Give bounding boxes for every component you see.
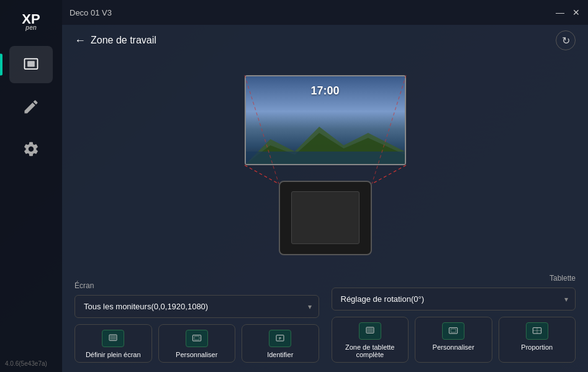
tablet-label: Tablette [332, 274, 576, 283]
svg-rect-10 [111, 335, 116, 340]
customize-screen-icon [186, 330, 208, 347]
tablet-active-area [291, 191, 360, 244]
full-screen-label: Définir plein écran [86, 351, 141, 358]
title-bar: Deco 01 V3 — ✕ [62, 0, 588, 25]
app-title: Deco 01 V3 [70, 8, 112, 17]
tablet-device [279, 181, 372, 255]
viz-area: 17:00 [62, 56, 588, 274]
sidebar: XPpen 4.0.6(5e43e7a) [0, 0, 62, 372]
screen-label: Écran [75, 281, 319, 290]
page-title: Zone de travail [91, 35, 156, 46]
monitor-mountain [246, 120, 405, 164]
full-screen-button[interactable]: Définir plein écran [75, 324, 152, 363]
full-tablet-label: Zone de tablette complète [336, 343, 405, 358]
title-bar-controls: — ✕ [556, 8, 581, 17]
logo-area: XPpen [0, 6, 62, 43]
close-button[interactable]: ✕ [572, 8, 581, 17]
svg-rect-1 [27, 61, 35, 66]
svg-rect-17 [450, 328, 458, 333]
svg-rect-18 [451, 329, 456, 332]
viz-container: 17:00 [183, 75, 468, 255]
proportion-button[interactable]: Proportion [499, 317, 576, 363]
svg-line-5 [245, 165, 279, 184]
refresh-icon: ↻ [562, 35, 570, 47]
customize-tablet-button[interactable]: Personnaliser [415, 317, 492, 363]
back-arrow-icon: ← [75, 34, 86, 47]
refresh-button[interactable]: ↻ [556, 30, 576, 50]
svg-rect-12 [194, 337, 199, 340]
main-content: Deco 01 V3 — ✕ ← Zone de travail ↻ 17:00 [62, 0, 588, 372]
screen-action-buttons: Définir plein écran Personnaliser P Iden… [75, 324, 319, 363]
sidebar-item-tablet[interactable] [9, 46, 53, 83]
identify-label: Identifier [267, 351, 293, 358]
monitor-screen: 17:00 [245, 75, 406, 165]
monitor-time: 17:00 [310, 84, 339, 98]
identify-button[interactable]: P Identifier [242, 324, 319, 363]
full-tablet-icon [359, 322, 381, 340]
bottom-controls: Écran Tous les moniteurs(0,0,1920,1080) … [62, 274, 588, 372]
minimize-button[interactable]: — [556, 8, 564, 17]
screen-select-wrapper: Tous les moniteurs(0,0,1920,1080) ▾ [75, 295, 319, 318]
pen-icon [22, 98, 40, 116]
customize-screen-button[interactable]: Personnaliser [158, 324, 236, 363]
logo: XPpen [22, 12, 40, 31]
svg-rect-11 [192, 335, 201, 341]
sidebar-item-settings[interactable] [9, 130, 53, 168]
gear-icon [22, 140, 40, 158]
svg-line-6 [372, 165, 406, 184]
screen-group: Écran Tous les moniteurs(0,0,1920,1080) … [75, 281, 319, 363]
proportion-label: Proportion [521, 343, 553, 351]
proportion-icon [526, 322, 548, 340]
sidebar-item-pen[interactable] [9, 88, 53, 125]
tablet-select[interactable]: Réglage de rotation(0°) [332, 288, 576, 311]
tablet-group: Tablette Réglage de rotation(0°) ▾ Zone … [332, 274, 576, 363]
svg-rect-16 [367, 328, 373, 332]
customize-tablet-icon [442, 322, 464, 340]
page-header: ← Zone de travail ↻ [62, 25, 588, 56]
screen-select[interactable]: Tous les moniteurs(0,0,1920,1080) [75, 295, 319, 318]
tablet-action-buttons: Zone de tablette complète Personnaliser … [332, 317, 576, 363]
svg-rect-4 [246, 152, 405, 164]
tablet-select-wrapper: Réglage de rotation(0°) ▾ [332, 288, 576, 311]
full-screen-icon [102, 330, 124, 347]
tablet-icon [22, 56, 40, 73]
version-text: 4.0.6(5e43e7a) [5, 360, 47, 367]
svg-text:P: P [279, 337, 281, 340]
back-button[interactable]: ← Zone de travail [75, 34, 156, 47]
customize-screen-label: Personnaliser [176, 351, 217, 358]
customize-tablet-label: Personnaliser [433, 343, 474, 351]
full-tablet-button[interactable]: Zone de tablette complète [332, 317, 409, 363]
identify-icon: P [269, 330, 291, 347]
controls-row: Écran Tous les moniteurs(0,0,1920,1080) … [75, 274, 576, 363]
